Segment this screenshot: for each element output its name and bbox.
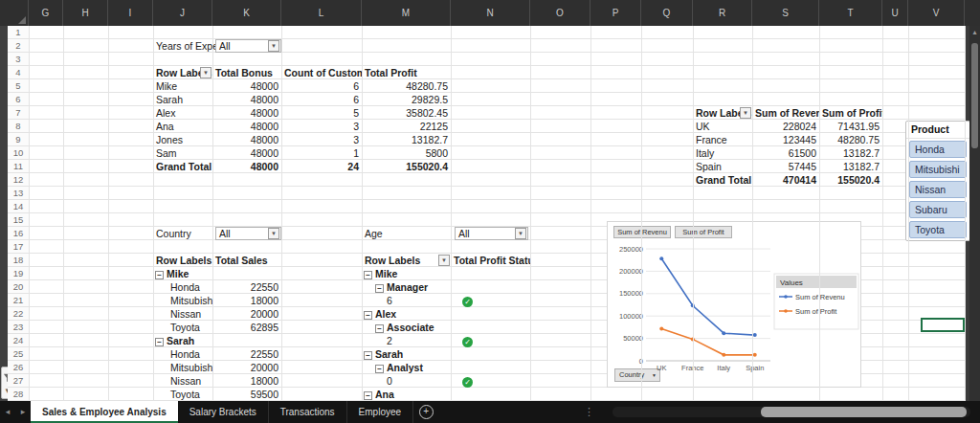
bonus-value-cell[interactable]: 48000 — [212, 133, 281, 146]
bonus-value-cell[interactable]: 48000 — [212, 146, 281, 160]
column-header-L[interactable]: L — [281, 0, 362, 26]
row-header-10[interactable]: 10 — [8, 146, 29, 160]
revenue-value-cell[interactable]: 123445 — [752, 133, 819, 146]
sales-value-cell[interactable]: 22550 — [212, 280, 281, 294]
row-header-8[interactable]: 8 — [8, 120, 29, 133]
row-labels-dropdown-icon[interactable]: ▼ — [200, 67, 212, 78]
revenue-value-cell[interactable]: 228024 — [752, 120, 819, 133]
profit-value-cell[interactable]: 35802.45 — [362, 106, 451, 120]
product-name-cell[interactable]: Mitsubishi — [153, 361, 212, 374]
row-header-9[interactable]: 9 — [8, 133, 29, 146]
vertical-scrollbar-thumb[interactable] — [971, 43, 978, 148]
column-header-R[interactable]: R — [693, 0, 752, 26]
slicer-item-honda[interactable]: Honda — [909, 141, 967, 158]
horizontal-scrollbar-thumb[interactable] — [761, 407, 967, 417]
bonus-value-cell[interactable]: 48000 — [212, 79, 281, 93]
pivot-sales-header-total[interactable]: Total Sales — [212, 254, 281, 267]
collapse-icon[interactable]: − — [375, 284, 384, 293]
profit-value-cell[interactable]: 71431.95 — [819, 120, 882, 133]
row-header-19[interactable]: 19 — [8, 267, 29, 280]
count-value-cell[interactable]: 6 — [281, 79, 362, 93]
age-filter-dropdown-icon[interactable]: ▼ — [515, 228, 526, 239]
pivot-status-header-status[interactable]: Total Profit Status — [451, 254, 530, 267]
grand-total-label[interactable]: Grand Total — [693, 173, 752, 187]
column-header-S[interactable]: S — [752, 0, 819, 26]
status-group-cell[interactable]: −Associate — [362, 321, 451, 334]
row-header-5[interactable]: 5 — [8, 79, 29, 93]
status-group-cell[interactable]: −Alex — [362, 307, 451, 321]
years-filter-dropdown-icon[interactable]: ▼ — [268, 40, 279, 52]
revenue-value-cell[interactable]: 57445 — [752, 160, 819, 173]
status-group-cell[interactable]: −Sarah — [362, 347, 451, 361]
country-filter-dropdown-icon[interactable]: ▼ — [268, 228, 279, 239]
row-header-2[interactable]: 2 — [8, 39, 29, 53]
sheet-tab-sales-employee-analysis[interactable]: Sales & Employee Analysis — [31, 401, 178, 423]
country-name-cell[interactable]: Italy — [693, 146, 752, 160]
count-value-cell[interactable]: 1 — [281, 146, 362, 160]
bonus-value-cell[interactable]: 48000 — [212, 106, 281, 120]
status-group-cell[interactable]: −Mike — [362, 267, 451, 280]
row-header-24[interactable]: 24 — [8, 334, 29, 347]
country-name-cell[interactable]: France — [693, 133, 752, 146]
pivot-employee-header-bonus[interactable]: Total Bonus — [212, 66, 281, 79]
product-name-cell[interactable]: Mitsubishi — [153, 294, 212, 307]
collapse-icon[interactable]: − — [155, 271, 164, 279]
collapse-icon[interactable]: − — [364, 391, 372, 400]
collapse-icon[interactable]: − — [364, 311, 372, 320]
collapse-icon[interactable]: − — [375, 365, 384, 373]
years-filter-label[interactable]: Years of Experie — [153, 39, 218, 53]
profit-value-cell[interactable]: 29829.5 — [362, 93, 451, 106]
row-header-25[interactable]: 25 — [8, 347, 29, 361]
product-name-cell[interactable]: Nissan — [153, 307, 212, 321]
grand-total-profit[interactable]: 155020.4 — [819, 173, 882, 187]
profit-value-cell[interactable]: 13182.7 — [819, 160, 882, 173]
row-header-1[interactable]: 1 — [8, 26, 29, 39]
row-header-26[interactable]: 26 — [8, 361, 29, 374]
sales-value-cell[interactable]: 22550 — [212, 347, 281, 361]
sales-value-cell[interactable]: 18000 — [212, 374, 281, 388]
profit-value-cell[interactable]: 22125 — [362, 120, 451, 133]
employee-name-cell[interactable]: Ana — [153, 120, 212, 133]
row-header-15[interactable]: 15 — [8, 213, 29, 227]
product-name-cell[interactable]: Honda — [153, 280, 212, 294]
row-header-3[interactable]: 3 — [8, 53, 29, 66]
count-value-cell[interactable]: 3 — [281, 133, 362, 146]
column-header-N[interactable]: N — [451, 0, 530, 26]
slicer-item-toyota[interactable]: Toyota — [909, 221, 967, 238]
row-header-7[interactable]: 7 — [8, 106, 29, 120]
product-name-cell[interactable]: Toyota — [153, 321, 212, 334]
sheet-tab-employee[interactable]: Employee — [347, 401, 413, 423]
sales-group-cell[interactable]: −Mike — [153, 267, 212, 280]
column-header-Q[interactable]: Q — [641, 0, 693, 26]
collapse-icon[interactable]: − — [364, 271, 372, 279]
profit-value-cell[interactable]: 13182.7 — [819, 146, 882, 160]
pivot-employee-header-count[interactable]: Count of Customer — [281, 66, 362, 79]
product-name-cell[interactable]: Honda — [153, 347, 212, 361]
row-header-12[interactable]: 12 — [8, 173, 29, 187]
sales-value-cell[interactable]: 20000 — [212, 307, 281, 321]
row-header-6[interactable]: 6 — [8, 93, 29, 106]
sales-value-cell[interactable]: 18000 — [212, 294, 281, 307]
employee-name-cell[interactable]: Sarah — [153, 93, 212, 106]
row-labels-dropdown-icon[interactable]: ▼ — [438, 255, 450, 266]
scroll-up-icon[interactable]: ▴ — [969, 26, 980, 39]
status-group-cell[interactable]: −Analyst — [362, 361, 451, 374]
pivot-employee-header-profit[interactable]: Total Profit — [362, 66, 451, 79]
horizontal-scrollbar[interactable] — [612, 407, 970, 417]
grand-total-label[interactable]: Grand Total — [153, 160, 212, 173]
column-header-O[interactable]: O — [530, 0, 590, 26]
row-header-28[interactable]: 28 — [8, 388, 29, 401]
row-header-13[interactable]: 13 — [8, 187, 29, 200]
new-sheet-button[interactable]: + — [413, 401, 438, 423]
row-labels-dropdown-icon[interactable]: ▼ — [740, 107, 751, 119]
employee-name-cell[interactable]: Mike — [153, 79, 212, 93]
bonus-value-cell[interactable]: 48000 — [212, 120, 281, 133]
row-header-14[interactable]: 14 — [8, 200, 29, 213]
pivot-country-header-revenue[interactable]: Sum of Revenu — [752, 106, 819, 120]
sales-value-cell[interactable]: 20000 — [212, 361, 281, 374]
row-header-27[interactable]: 27 — [8, 374, 29, 388]
tab-nav-right-icon[interactable]: ▸ — [15, 401, 31, 423]
count-value-cell[interactable]: 5 — [281, 106, 362, 120]
sales-group-cell[interactable]: −Sarah — [153, 334, 212, 347]
column-header-H[interactable]: H — [63, 0, 108, 26]
